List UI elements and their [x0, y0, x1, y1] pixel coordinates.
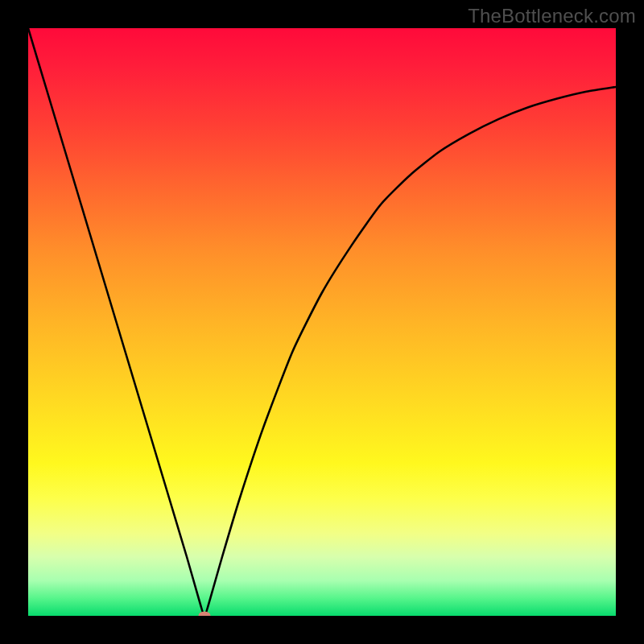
minimum-marker: [199, 612, 211, 617]
plot-area: [28, 28, 616, 616]
chart-canvas: TheBottleneck.com: [0, 0, 644, 644]
watermark-label: TheBottleneck.com: [468, 5, 636, 27]
bottleneck-curve-group: [28, 28, 616, 616]
curve-svg: [28, 28, 616, 616]
bottleneck-curve: [28, 28, 616, 616]
